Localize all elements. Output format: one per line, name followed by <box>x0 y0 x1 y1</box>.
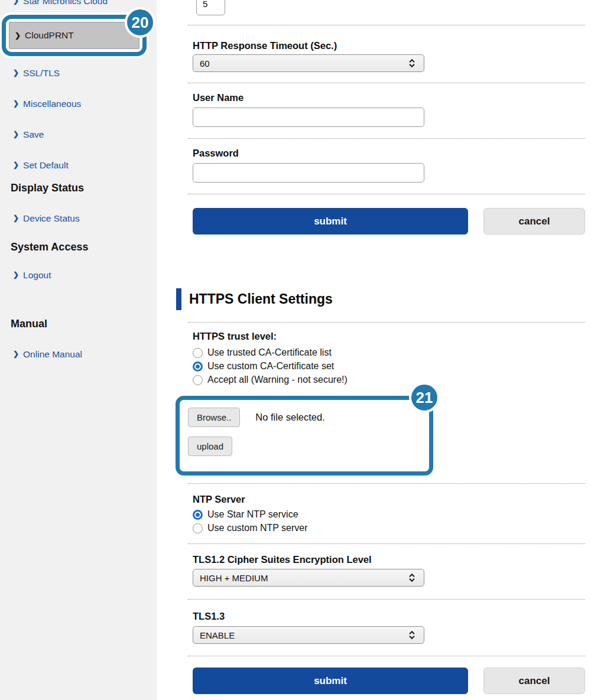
browse-button[interactable]: Browse.. <box>188 408 240 427</box>
tls13-value: ENABLE <box>200 630 235 640</box>
sidebar-item-set-default[interactable]: ❯ Set Default <box>13 159 69 171</box>
https-client-settings-heading: HTTPS Client Settings <box>176 288 333 310</box>
radio-use-custom-ca-set[interactable]: Use custom CA-Certificate set <box>193 361 348 372</box>
callout-box-20: ❯ CloudPRNT 20 <box>2 15 147 56</box>
chevron-right-icon: ❯ <box>13 269 19 281</box>
radio-accept-all[interactable]: Accept all (Warning - not secure!) <box>193 375 348 385</box>
main-content: HTTP Response Timeout (Sec.) 60 User Nam… <box>193 0 585 700</box>
chevron-right-icon: ❯ <box>13 67 19 79</box>
radio-off-icon <box>193 375 203 385</box>
sidebar-item-save[interactable]: ❯ Save <box>13 129 44 140</box>
upload-button[interactable]: upload <box>188 437 232 456</box>
sidebar-section-manual: Manual <box>11 318 47 330</box>
tls12-label: TLS1.2 Cipher Suites Encryption Level <box>193 554 372 565</box>
sidebar-item-label: Star Micronics Cloud <box>23 0 108 6</box>
cancel-button[interactable]: cancel <box>483 668 585 694</box>
user-name-label: User Name <box>193 92 243 103</box>
radio-label: Use custom NTP server <box>207 523 308 533</box>
http-timeout-select[interactable]: 60 <box>193 54 424 72</box>
radio-on-icon <box>193 510 203 520</box>
radio-use-trusted-ca-list[interactable]: Use trusted CA-Certificate list <box>193 347 348 358</box>
sidebar-section-display-status: Display Status <box>11 182 84 194</box>
user-name-input[interactable] <box>193 108 424 127</box>
sidebar: ❯ Star Micronics Cloud ❯ CloudPRNT 20 ❯ … <box>0 0 157 700</box>
radio-label: Use Star NTP service <box>207 509 298 520</box>
chevron-right-icon: ❯ <box>13 159 19 171</box>
divider <box>188 322 585 323</box>
divider <box>188 194 585 194</box>
sidebar-item-label: Miscellaneous <box>23 98 81 109</box>
chevron-updown-icon <box>408 58 416 69</box>
password-input[interactable] <box>193 163 424 183</box>
submit-button[interactable]: submit <box>193 668 468 694</box>
chevron-right-icon: ❯ <box>15 31 21 40</box>
radio-on-icon <box>193 362 203 372</box>
tls12-value: HIGH + MEDIUM <box>200 573 268 583</box>
polling-interval-input[interactable] <box>196 0 225 15</box>
sidebar-item-star-micronics-cloud[interactable]: ❯ Star Micronics Cloud <box>13 0 108 6</box>
tls13-label: TLS1.3 <box>193 611 225 622</box>
ntp-server-radio-group: Use Star NTP service Use custom NTP serv… <box>193 509 308 536</box>
sidebar-item-label: SSL/TLS <box>23 67 60 79</box>
file-status-text: No file selected. <box>255 412 324 423</box>
radio-off-icon <box>193 348 203 358</box>
chevron-right-icon: ❯ <box>13 98 19 109</box>
sidebar-item-cloudprnt[interactable]: ❯ CloudPRNT <box>9 22 139 49</box>
divider <box>188 83 585 83</box>
file-select-row: Browse.. No file selected. <box>188 408 429 427</box>
divider <box>188 138 585 139</box>
radio-use-star-ntp[interactable]: Use Star NTP service <box>193 509 308 520</box>
callout-badge-21: 21 <box>409 382 440 413</box>
divider <box>188 25 585 25</box>
tls13-select[interactable]: ENABLE <box>193 626 424 644</box>
sidebar-item-label: Set Default <box>23 159 69 171</box>
divider <box>188 483 585 484</box>
divider <box>188 656 585 656</box>
sidebar-item-online-manual[interactable]: ❯ Online Manual <box>13 349 82 360</box>
sidebar-item-label: Save <box>23 129 44 140</box>
radio-label: Use trusted CA-Certificate list <box>207 347 332 358</box>
chevron-right-icon: ❯ <box>13 349 19 360</box>
ntp-server-label: NTP Server <box>193 494 245 505</box>
radio-use-custom-ntp[interactable]: Use custom NTP server <box>193 523 308 533</box>
divider <box>188 599 585 600</box>
chevron-right-icon: ❯ <box>13 0 19 6</box>
sidebar-section-system-access: System Access <box>11 241 88 253</box>
http-timeout-value: 60 <box>200 58 210 69</box>
sidebar-item-device-status[interactable]: ❯ Device Status <box>13 213 80 224</box>
password-label: Password <box>193 148 239 159</box>
radio-label: Accept all (Warning - not secure!) <box>207 375 348 385</box>
radio-label: Use custom CA-Certificate set <box>207 361 334 372</box>
https-trust-level-radio-group: Use trusted CA-Certificate list Use cust… <box>193 347 348 388</box>
http-timeout-label: HTTP Response Timeout (Sec.) <box>193 40 337 51</box>
sidebar-item-ssl-tls[interactable]: ❯ SSL/TLS <box>13 67 60 79</box>
chevron-right-icon: ❯ <box>13 129 19 140</box>
sidebar-item-label: Online Manual <box>23 349 82 360</box>
sidebar-item-label: Logout <box>23 269 51 281</box>
upload-row: upload <box>188 437 429 456</box>
sidebar-item-label: Device Status <box>23 213 80 224</box>
callout-badge-20: 20 <box>125 7 155 38</box>
cloudprnt-settings-page: ❯ Star Micronics Cloud ❯ CloudPRNT 20 ❯ … <box>0 0 591 700</box>
chevron-updown-icon <box>408 573 416 583</box>
tls12-select[interactable]: HIGH + MEDIUM <box>193 569 424 587</box>
https-trust-level-label: HTTPS trust level: <box>193 331 277 342</box>
callout-box-21: Browse.. No file selected. upload 21 <box>176 396 433 476</box>
sidebar-item-label: CloudPRNT <box>25 30 74 41</box>
radio-off-icon <box>193 523 203 533</box>
cancel-button[interactable]: cancel <box>483 208 585 235</box>
sidebar-item-miscellaneous[interactable]: ❯ Miscellaneous <box>13 98 81 109</box>
chevron-updown-icon <box>408 630 416 640</box>
chevron-right-icon: ❯ <box>13 213 19 224</box>
submit-button[interactable]: submit <box>193 208 468 235</box>
sidebar-item-logout[interactable]: ❯ Logout <box>13 269 51 281</box>
divider <box>188 543 585 544</box>
